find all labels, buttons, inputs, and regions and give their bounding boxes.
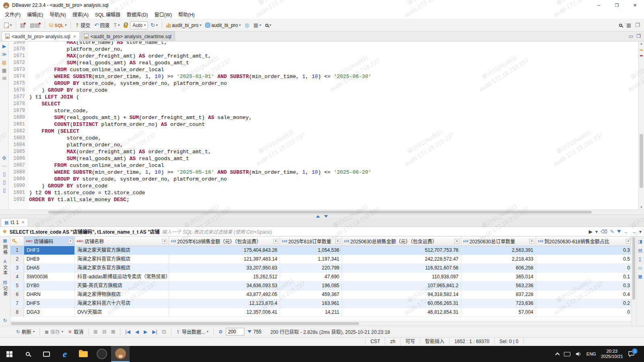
save-button[interactable]: ▤ [19, 22, 27, 29]
code-line[interactable]: ) t2 ON t1.store_code = t2.store_code [29, 189, 145, 196]
cell[interactable]: 0 [536, 308, 631, 317]
column-header-4[interactable]: 1232025年618订单数量▼ [280, 237, 342, 246]
filter-arrow-icon[interactable]: ▼ [68, 239, 73, 244]
cell[interactable]: 606,258 [461, 264, 536, 273]
commit-mode-combo[interactable]: Auto▾ [130, 21, 148, 29]
menu-item-3[interactable]: 搜索(A) [69, 10, 92, 19]
start-button[interactable] [0, 346, 19, 362]
view-grid-tab[interactable]: ▦网格 [2, 238, 8, 255]
grid-horizontal-scrollbar[interactable] [10, 321, 631, 326]
cell[interactable]: 110,938,097 [342, 273, 461, 282]
cell[interactable]: 抖音-adidas斯搏兹运动专卖店（常熟贸易） [75, 273, 169, 282]
table-row[interactable]: 8DGA3OVV天猫店12,357,006.4114,21146,812,854… [10, 308, 631, 317]
cell[interactable]: 海澜之家抖音官方旗舰店 [75, 255, 169, 264]
chevron-down-icon[interactable]: ▾ [639, 229, 642, 234]
scroll-down-icon[interactable]: ▼ [639, 206, 644, 209]
close-button[interactable]: ✕ [626, 0, 644, 10]
column-header-6[interactable]: 12320250630总订单数量▼ [461, 237, 536, 246]
action-center-button[interactable]: 1 [628, 351, 635, 357]
cell[interactable]: OVV天猫店 [75, 308, 169, 317]
layout-button[interactable]: ▦▾ [252, 22, 262, 29]
cell[interactable]: 0.4 [536, 290, 631, 299]
cell[interactable]: 43,877,492.05 [169, 290, 280, 299]
code-line[interactable]: platform_order_no, [29, 142, 123, 148]
commit-button[interactable]: ⇑提交 [73, 21, 92, 29]
history-back-icon[interactable]: ← [624, 229, 629, 234]
code-line[interactable]: SUM(real_goods_amt_t) + SUM(order_freigh… [29, 114, 252, 121]
settings-gear-icon[interactable]: ⚙ [2, 156, 6, 160]
pinned-app-button[interactable] [93, 346, 111, 362]
clear-filter-icon[interactable]: ⌫ [601, 229, 607, 234]
tray-expand-icon[interactable] [555, 352, 559, 357]
cell[interactable]: 1,197,341 [280, 255, 342, 264]
code-line[interactable]: store_code, [29, 107, 89, 114]
minimize-view-icon[interactable]: ▭ [629, 33, 633, 39]
history-forward-icon[interactable]: → [632, 229, 636, 234]
cell[interactable]: 512,707,753.76 [342, 246, 461, 255]
tab-close-icon[interactable]: ✕ [73, 35, 76, 39]
cell[interactable]: 12,123,870.4 [169, 299, 280, 308]
execute-statement-icon[interactable]: ▶ [2, 44, 6, 49]
maximize-button[interactable]: ❐ [608, 0, 626, 10]
cell[interactable]: 0.5 [536, 255, 631, 264]
cell[interactable]: 46,812,854.31 [342, 308, 461, 317]
menu-item-0[interactable]: 文件(F) [2, 10, 24, 19]
scroll-thumb[interactable] [640, 134, 643, 188]
column-header-3[interactable]: 1232025年618销售金额（元）（包含运费）▼ [169, 237, 280, 246]
cell[interactable]: 0.2 [536, 299, 631, 308]
code-line[interactable]: GROUP BY store_code, system_order_no, pl… [29, 176, 227, 183]
references-panel-icon[interactable]: ⚏ [638, 265, 642, 270]
cell[interactable]: 15,262,512 [169, 273, 280, 282]
table-row[interactable]: 4SW00036抖音-adidas斯搏兹运动专卖店（常熟贸易）15,262,51… [10, 273, 631, 282]
menu-item-5[interactable]: 数据库(D) [124, 10, 151, 19]
code-line[interactable]: FROM (SELECT [29, 128, 79, 135]
code-line[interactable]: COUNT(DISTINCT platform_order_no) AS ord… [29, 121, 205, 128]
output-doc-icon[interactable]: ▯ [3, 172, 6, 177]
first-page-button[interactable]: |◀ [124, 328, 132, 335]
export-data-button[interactable]: ⇪导出数据...▾ [175, 327, 210, 336]
funnel-icon[interactable] [617, 230, 621, 233]
table-row[interactable]: 3DHA5海澜之家京东官方旗舰店33,207,950.83220,799116,… [10, 264, 631, 273]
row-number[interactable]: 3 [10, 264, 24, 273]
file-explorer-button[interactable] [74, 346, 93, 362]
cell[interactable]: 121,397,483.14 [169, 255, 280, 264]
row-number[interactable]: 7 [10, 299, 24, 308]
row-number-header[interactable] [10, 237, 24, 246]
cell[interactable]: 837,228 [461, 290, 536, 299]
cell[interactable]: 459,367 [280, 290, 342, 299]
table-row[interactable]: 7DHFS海澜之家抖音六十六号店12,123,870.4163,96160,05… [10, 299, 631, 308]
lock-button[interactable] [122, 22, 129, 29]
cell[interactable]: DHF3 [24, 246, 75, 255]
cancel-button[interactable]: ✕取消 [66, 327, 85, 336]
collapse-down-icon[interactable] [324, 215, 328, 218]
cell[interactable]: 2,563,391 [461, 246, 536, 255]
refresh-icon[interactable]: ↻ [3, 318, 7, 323]
cell[interactable]: 175,404,843.26 [169, 246, 280, 255]
cell[interactable]: 107,965,841.2 [342, 282, 461, 290]
cell[interactable]: 60,056,265.31 [342, 299, 461, 308]
column-header-7[interactable]: 123到20250630-618销售金额占比▼ [536, 237, 631, 246]
duplicate-row-button[interactable]: ⊟ [101, 328, 108, 335]
row-count-button[interactable]: 755 [246, 328, 263, 335]
cell[interactable]: SW00036 [24, 273, 75, 282]
code-line[interactable]: platform_order_no, [29, 46, 123, 53]
row-number[interactable]: 5 [10, 282, 24, 290]
chevron-down-icon[interactable]: ▾ [595, 229, 598, 234]
refresh-button[interactable]: ↻刷新▾ [14, 327, 36, 336]
code-line[interactable]: WHERE SUBSTR(min_order_time, 1, 10) >= '… [29, 169, 372, 176]
perspective-button[interactable]: ▦ [625, 22, 633, 29]
touch-keyboard-icon[interactable] [564, 352, 570, 356]
cell[interactable]: 365,014 [461, 273, 536, 282]
menu-item-1[interactable]: 编辑(E) [24, 10, 46, 19]
cell[interactable]: 116,921,607.56 [342, 264, 461, 273]
editor-tab-0[interactable]: <audit_bi_pro> analysis.sql✕ [2, 31, 80, 41]
cell[interactable]: 242,228,572.47 [342, 255, 461, 264]
table-row[interactable]: 6DHRN海澜之家得物旗舰店43,877,492.05459,36794,318… [10, 290, 631, 299]
save-all-button[interactable]: ▤▤ [28, 22, 42, 29]
cell[interactable]: 196,085 [280, 282, 342, 290]
add-row-button[interactable]: ⊞ [92, 328, 99, 335]
grid-settings-button[interactable]: ⚙ [217, 328, 225, 335]
table-row[interactable]: 1DHF3海澜之家天猫官方旗舰店175,404,843.261,054,5365… [10, 246, 631, 255]
cell[interactable]: 0.3 [536, 282, 631, 290]
code-line[interactable]: ) GROUP BY store_code [29, 87, 107, 94]
